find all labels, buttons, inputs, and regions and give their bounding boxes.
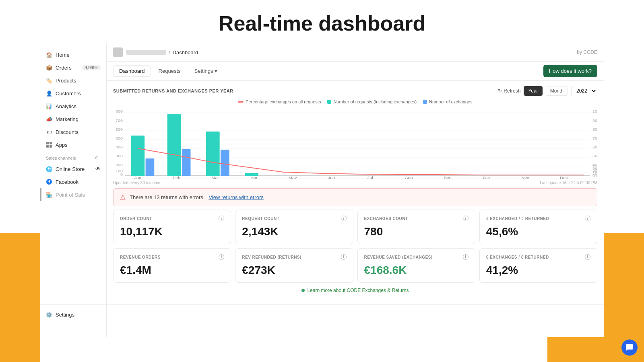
stats-grid-row2: REVENUE ORDERS i €1.4M REV REFUNDED (RET…	[113, 248, 597, 283]
orders-badge: 9,999+	[82, 65, 101, 70]
svg-text:50%: 50%	[592, 154, 597, 158]
store-name-blur	[126, 50, 166, 55]
stat-value-revenue-saved: €168.6K	[364, 264, 469, 277]
svg-rect-1	[50, 142, 52, 144]
svg-rect-3	[50, 145, 52, 148]
order-count-info[interactable]: i	[219, 216, 224, 221]
refresh-button[interactable]: ↻ Refresh	[498, 88, 520, 94]
stat-label-rev-refunded: REV REFUNDED (RETURNS) i	[242, 254, 346, 260]
rev-refunded-info[interactable]: i	[341, 254, 347, 260]
svg-text:500: 500	[116, 136, 123, 140]
period-year-button[interactable]: Year	[524, 86, 542, 96]
svg-text:Nov: Nov	[521, 176, 529, 179]
sidebar-item-discounts[interactable]: 🏷 Discounts	[40, 125, 106, 138]
sidebar-item-customers[interactable]: 👤 Customers	[40, 87, 106, 100]
tab-settings[interactable]: Settings ▾	[188, 65, 224, 77]
legend-dot-3	[423, 100, 427, 104]
discounts-icon: 🏷	[46, 129, 52, 135]
chart-footer: Updated every 30 minutes Last update: Ma…	[113, 181, 597, 185]
svg-rect-37	[206, 132, 220, 176]
add-channel-icon[interactable]: ⊕	[95, 155, 101, 161]
sales-channels-label: Sales channels ⊕	[40, 151, 106, 162]
exchanges-count-info[interactable]: i	[463, 216, 469, 221]
how-it-works-button[interactable]: How does it work?	[543, 65, 597, 77]
exchanges-returned-euro-info[interactable]: i	[585, 254, 590, 260]
svg-rect-38	[221, 150, 229, 176]
refresh-icon: ↻	[498, 88, 502, 94]
period-month-button[interactable]: Month	[546, 86, 568, 96]
svg-text:600: 600	[116, 128, 123, 132]
legend-item-2: Number of requests (including exchanges)	[327, 99, 417, 104]
svg-rect-36	[182, 149, 191, 176]
learn-more-link[interactable]: Learn more about CODE Exchanges & Return…	[118, 288, 592, 293]
stat-label-exchanged-returned: # EXCHANGED / # RETURNED i	[486, 216, 590, 221]
chart-section: SUBMITTED RETURNS AND EXCHANGES PER YEAR…	[107, 81, 604, 337]
main-content: 🏠 Home 📦 Orders 9,999+ 🏷️ Products 👤 Cus…	[40, 43, 604, 337]
revenue-saved-info[interactable]: i	[463, 254, 469, 260]
svg-rect-0	[46, 142, 49, 144]
sidebar-item-analytics[interactable]: 📊 Analytics	[40, 100, 106, 113]
svg-text:90%: 90%	[592, 119, 597, 123]
stat-value-request-count: 2,143K	[242, 225, 346, 238]
stat-label-exchanges-returned-euro: € EXCHANGES / € RETURNED i	[486, 254, 590, 260]
svg-rect-2	[46, 145, 49, 148]
sidebar: 🏠 Home 📦 Orders 9,999+ 🏷️ Products 👤 Cus…	[40, 43, 107, 337]
stat-value-rev-refunded: €273K	[242, 264, 346, 277]
stats-grid-row1: ORDER COUNT i 10,117K REQUEST COUNT i 2,…	[113, 210, 597, 244]
sidebar-item-products[interactable]: 🏷️ Products	[40, 74, 106, 87]
tab-dashboard[interactable]: Dashboard	[113, 65, 151, 77]
stat-card-revenue-saved: REVENUE SAVED (EXCHANGES) i €168.6K	[357, 248, 475, 283]
chart-svg: 800 700 600 500 400 300 200 100 0 100% 9…	[113, 107, 597, 179]
error-text: There are 13 returns with errors.	[130, 194, 204, 200]
svg-text:60%: 60%	[592, 145, 597, 149]
sidebar-item-online-store[interactable]: 🌐 Online Store 👁	[40, 162, 106, 175]
stat-card-request-count: REQUEST COUNT i 2,143K	[235, 210, 353, 244]
request-count-info[interactable]: i	[341, 216, 347, 221]
tab-requests[interactable]: Requests	[153, 65, 187, 77]
breadcrumb-current: Dashboard	[173, 49, 198, 56]
stat-label-revenue-orders: REVENUE ORDERS i	[120, 254, 224, 260]
sidebar-item-marketing[interactable]: 📣 Marketing	[40, 113, 106, 125]
svg-text:700: 700	[116, 119, 123, 123]
stat-card-revenue-orders: REVENUE ORDERS i €1.4M	[113, 248, 231, 283]
pos-icon: 🏪	[46, 191, 52, 198]
stat-value-exchanges-returned-euro: 41,2%	[486, 264, 590, 277]
svg-rect-35	[167, 114, 181, 176]
stat-card-exchanges-count: EXCHANGES COUNT i 780	[357, 210, 475, 244]
footer-link-container: Learn more about CODE Exchanges & Return…	[113, 283, 597, 298]
page-wrapper: Real-time dashboard 🏠 Home 📦 Orders 9,99…	[0, 0, 644, 362]
revenue-orders-info[interactable]: i	[219, 254, 224, 260]
stat-value-order-count: 10,117K	[120, 225, 224, 238]
svg-text:70%: 70%	[592, 136, 597, 140]
stat-card-order-count: ORDER COUNT i 10,117K	[113, 210, 231, 244]
sidebar-item-facebook[interactable]: Facebook	[40, 175, 106, 188]
analytics-icon: 📊	[46, 103, 52, 109]
stat-card-rev-refunded: REV REFUNDED (RETURNS) i €273K	[235, 248, 353, 283]
stat-label-order-count: ORDER COUNT i	[120, 216, 224, 221]
svg-text:80%: 80%	[592, 128, 597, 132]
chart-header: SUBMITTED RETURNS AND EXCHANGES PER YEAR…	[113, 86, 597, 96]
link-dot	[301, 289, 305, 292]
sidebar-item-apps[interactable]: Apps	[40, 138, 106, 151]
chart-container: 800 700 600 500 400 300 200 100 0 100% 9…	[113, 107, 597, 179]
svg-text:0%: 0%	[592, 174, 597, 178]
facebook-icon	[46, 179, 52, 185]
year-select[interactable]: 2022 2021 2020	[571, 86, 597, 96]
breadcrumb-separator: /	[169, 49, 170, 56]
sidebar-item-settings[interactable]: ⚙️ Settings	[40, 308, 604, 321]
sidebar-item-point-of-sale[interactable]: 🏪 Point of Sale	[40, 188, 106, 201]
view-errors-link[interactable]: View returns with errors	[208, 194, 263, 200]
view-store-icon[interactable]: 👁	[95, 166, 101, 172]
chat-widget[interactable]	[621, 339, 638, 356]
svg-text:100%: 100%	[592, 109, 597, 113]
chart-updated-text: Updated every 30 minutes	[113, 181, 160, 185]
by-code-label: by CODE	[577, 49, 597, 55]
sidebar-item-orders[interactable]: 📦 Orders 9,999+	[40, 61, 106, 74]
legend-dot-1	[238, 101, 244, 103]
chart-title: SUBMITTED RETURNS AND EXCHANGES PER YEAR	[113, 88, 233, 93]
chart-last-update: Last update: Mar 24th 02:00 PM	[540, 181, 597, 185]
exchanged-returned-info[interactable]: i	[585, 216, 590, 221]
main-panel: / Dashboard by CODE Dashboard Requests S…	[107, 43, 604, 337]
stat-value-exchanged-returned: 45,6%	[486, 225, 590, 238]
sidebar-item-home[interactable]: 🏠 Home	[40, 48, 106, 61]
